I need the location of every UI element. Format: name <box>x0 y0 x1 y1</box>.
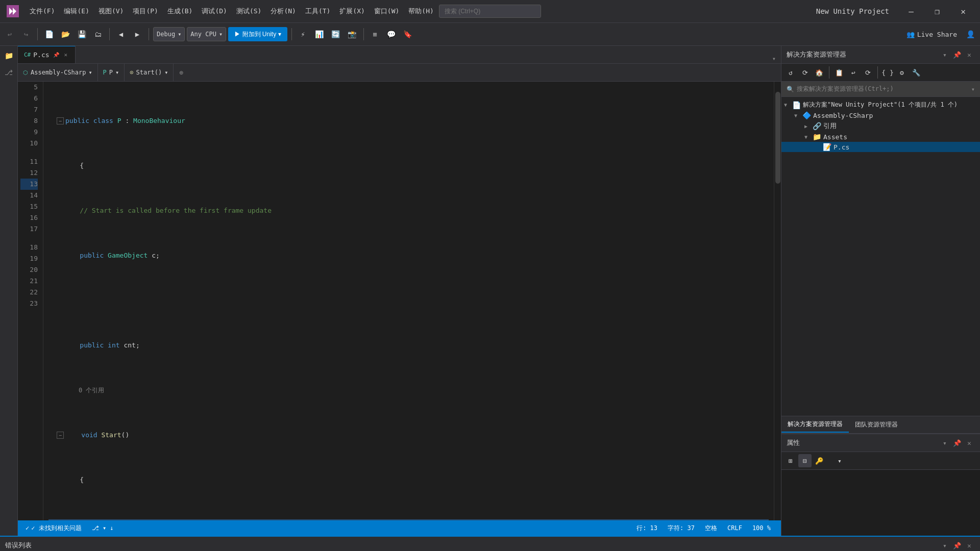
fold-5[interactable]: − <box>57 117 64 124</box>
snapshot-btn[interactable]: 📸 <box>345 27 359 41</box>
sol-code-view-btn[interactable]: { } <box>881 66 894 79</box>
error-pin-btn[interactable]: 📌 <box>951 540 963 551</box>
platform-dropdown[interactable]: Any CPU ▾ <box>187 27 226 41</box>
line-numbers: 5 6 7 8 9 10 11 12 13 14 15 16 17 18 19 … <box>18 82 43 520</box>
platform-label: Any CPU <box>190 31 216 38</box>
method-dropdown[interactable]: ⊙ Start() ▾ <box>125 64 174 81</box>
error-dropdown-btn[interactable]: ▾ <box>939 540 950 551</box>
status-zoom[interactable]: 100 % <box>750 524 773 532</box>
solution-search-bar: 🔍 搜索解决方案资源管理器(Ctrl+;) ▾ <box>781 82 980 97</box>
sol-properties-btn[interactable]: 🔧 <box>910 66 923 79</box>
assembly-label: Assembly-CSharp <box>31 69 86 76</box>
project-node[interactable]: ▼ 🔷 Assembly-CSharp <box>781 110 980 120</box>
menu-item-h[interactable]: 帮助(H) <box>404 5 437 18</box>
performance-btn[interactable]: ⚡ <box>296 27 310 41</box>
format-btn[interactable]: ≡ <box>368 27 382 41</box>
menu-item-n[interactable]: 分析(N) <box>266 5 300 18</box>
run-button[interactable]: ▶ 附加到 Unity ▾ <box>228 27 287 41</box>
git-icon[interactable]: ⎇ <box>2 65 16 80</box>
properties-dropdown-btn[interactable]: ▾ <box>939 437 950 448</box>
refresh-btn[interactable]: ⟳ <box>798 66 812 79</box>
menu-item-t[interactable]: 工具(T) <box>301 5 334 18</box>
props-dropdown-btn[interactable]: ▾ <box>833 454 846 467</box>
team-tab[interactable]: 团队资源管理器 <box>849 417 904 432</box>
status-check[interactable]: ✓ ✓ 未找到相关问题 <box>23 524 84 533</box>
solution-toolbar: ↺ ⟳ 🏠 📋 ↩ ⟳ { } ⚙ 🔧 <box>781 64 980 82</box>
menu-item-x[interactable]: 扩展(X) <box>335 5 369 18</box>
restore-btn[interactable]: ❐ <box>925 4 949 19</box>
save-btn[interactable]: 💾 <box>75 27 89 41</box>
home-btn[interactable]: 🏠 <box>813 66 826 79</box>
pcs-node[interactable]: 📝 P.cs <box>781 142 980 152</box>
solution-explorer-icon[interactable]: 📁 <box>2 48 16 63</box>
search-options-btn[interactable]: ▾ <box>971 86 975 93</box>
status-space[interactable]: 空格 <box>702 524 720 533</box>
ref-count-1: 0 个引用 <box>48 385 769 396</box>
properties-pin-btn[interactable]: 📌 <box>951 437 963 448</box>
save-all-btn[interactable]: 🗂 <box>91 27 105 41</box>
menu-item-d[interactable]: 调试(D) <box>198 5 231 18</box>
sol-settings-btn[interactable]: ⚙ <box>895 66 909 79</box>
solution-close-btn[interactable]: ✕ <box>964 49 975 60</box>
solution-root[interactable]: ▼ 📄 解决方案"New Unity Project"(1 个项目/共 1 个) <box>781 99 980 110</box>
back-btn[interactable]: ◀ <box>114 27 128 41</box>
menu-item-e[interactable]: 编辑(E) <box>60 5 93 18</box>
scrollbar-thumb[interactable] <box>775 92 780 184</box>
debug-config-dropdown[interactable]: Debug ▾ <box>153 27 185 41</box>
menu-item-p[interactable]: 项目(P) <box>129 5 162 18</box>
diagnostic-btn[interactable]: 📊 <box>312 27 327 41</box>
solution-dropdown-btn[interactable]: ▾ <box>939 49 950 60</box>
code-content[interactable]: − public class P : MonoBehaviour { // St… <box>43 82 774 520</box>
props-list-btn[interactable]: ⊟ <box>798 454 812 467</box>
hotreload-btn[interactable]: 🔄 <box>329 27 343 41</box>
sol-filter-btn[interactable]: ⟳ <box>861 66 874 79</box>
props-key-btn[interactable]: 🔑 <box>813 454 826 467</box>
open-file-btn[interactable]: 📂 <box>58 27 72 41</box>
editor-tab-pcs[interactable]: C# P.cs 📌 ✕ <box>18 46 76 63</box>
sync-btn[interactable]: ↺ <box>784 66 797 79</box>
close-tab-btn[interactable]: ✕ <box>63 51 69 59</box>
assembly-arrow: ▾ <box>88 69 92 76</box>
comment-btn[interactable]: 💬 <box>384 27 399 41</box>
show-all-files-btn[interactable]: 📋 <box>832 66 846 79</box>
forward-btn[interactable]: ▶ <box>130 27 144 41</box>
close-btn[interactable]: ✕ <box>951 4 975 19</box>
expand-collapse-btn[interactable]: ⊕ <box>176 67 186 78</box>
solution-pin-btn[interactable]: 📌 <box>951 49 963 60</box>
menu-item-w[interactable]: 窗口(W) <box>370 5 403 18</box>
account-btn[interactable]: 👤 <box>963 27 977 41</box>
line-num-17: 17 <box>20 223 38 235</box>
menu-item-f[interactable]: 文件(F) <box>26 5 59 18</box>
redo-btn[interactable]: ↪ <box>19 27 33 41</box>
minimize-btn[interactable]: — <box>899 4 923 19</box>
status-line[interactable]: 行: 13 <box>634 524 660 533</box>
search-icon: 🔍 <box>787 86 794 93</box>
method-label: Start() <box>136 69 162 76</box>
props-grid-btn[interactable]: ⊞ <box>784 454 797 467</box>
class-dropdown[interactable]: P P ▾ <box>98 64 125 81</box>
tab-dropdown-btn[interactable]: ▾ <box>770 54 778 63</box>
properties-close-btn[interactable]: ✕ <box>964 437 975 448</box>
status-char[interactable]: 字符: 37 <box>665 524 697 533</box>
solution-tab[interactable]: 解决方案资源管理器 <box>781 417 849 433</box>
undo-btn[interactable]: ↩ <box>3 27 17 41</box>
menu-item-b[interactable]: 生成(B) <box>163 5 197 18</box>
bookmark-btn[interactable]: 🔖 <box>401 27 415 41</box>
assets-node[interactable]: ▼ 📁 Assets <box>781 132 980 142</box>
assembly-dropdown[interactable]: ⬡ Assembly-CSharp ▾ <box>18 64 98 81</box>
references-node[interactable]: ▶ 🔗 引用 <box>781 120 980 132</box>
vcs-status[interactable]: ⎇ ▾ ↓ <box>89 524 116 532</box>
menu-item-s[interactable]: 测试(S) <box>232 5 265 18</box>
new-file-btn[interactable]: 📄 <box>42 27 56 41</box>
sol-sep-2 <box>877 66 878 79</box>
global-search-input[interactable] <box>439 5 541 18</box>
fold-11[interactable]: − <box>57 432 64 439</box>
status-line-end[interactable]: CRLF <box>725 524 745 532</box>
vertical-scrollbar[interactable] <box>774 82 781 520</box>
menu-item-v[interactable]: 视图(V) <box>94 5 128 18</box>
error-close-btn[interactable]: ✕ <box>964 540 975 551</box>
pin-tab-btn[interactable]: 📌 <box>52 51 60 59</box>
code-editor[interactable]: 5 6 7 8 9 10 11 12 13 14 15 16 17 18 19 … <box>18 82 781 520</box>
liveshare-button[interactable]: 👥 Live Share <box>902 29 961 40</box>
sol-history-btn[interactable]: ↩ <box>847 66 860 79</box>
